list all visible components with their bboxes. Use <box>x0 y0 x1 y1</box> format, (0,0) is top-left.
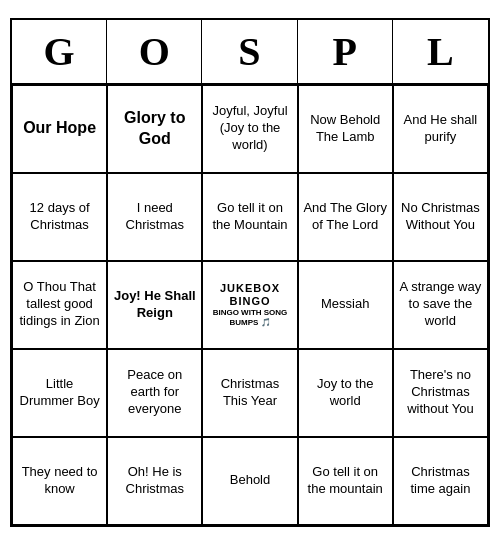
header-s: S <box>202 20 297 83</box>
bingo-cell-17[interactable]: Christmas This Year <box>202 349 297 437</box>
bingo-card: G O S P L Our HopeGlory to GodJoyful, Jo… <box>10 18 490 527</box>
bingo-cell-18[interactable]: Joy to the world <box>298 349 393 437</box>
bingo-cell-6[interactable]: I need Christmas <box>107 173 202 261</box>
header-g: G <box>12 20 107 83</box>
bingo-grid: Our HopeGlory to GodJoyful, Joyful (Joy … <box>12 85 488 525</box>
bingo-header: G O S P L <box>12 20 488 85</box>
bingo-cell-2[interactable]: Joyful, Joyful (Joy to the world) <box>202 85 297 173</box>
bingo-cell-4[interactable]: And He shall purify <box>393 85 488 173</box>
bingo-cell-7[interactable]: Go tell it on the Mountain <box>202 173 297 261</box>
bingo-cell-13[interactable]: Messiah <box>298 261 393 349</box>
header-p: P <box>298 20 393 83</box>
bingo-cell-8[interactable]: And The Glory of The Lord <box>298 173 393 261</box>
bingo-cell-0[interactable]: Our Hope <box>12 85 107 173</box>
bingo-cell-23[interactable]: Go tell it on the mountain <box>298 437 393 525</box>
bingo-cell-11[interactable]: Joy! He Shall Reign <box>107 261 202 349</box>
bingo-cell-12[interactable]: JUKEBOX BINGO BINGO WITH SONG BUMPS 🎵 <box>202 261 297 349</box>
header-l: L <box>393 20 488 83</box>
bingo-cell-22[interactable]: Behold <box>202 437 297 525</box>
bingo-cell-16[interactable]: Peace on earth for everyone <box>107 349 202 437</box>
bingo-cell-3[interactable]: Now Behold The Lamb <box>298 85 393 173</box>
bingo-cell-14[interactable]: A strange way to save the world <box>393 261 488 349</box>
bingo-cell-20[interactable]: They need to know <box>12 437 107 525</box>
header-o: O <box>107 20 202 83</box>
bingo-cell-19[interactable]: There's no Christmas without You <box>393 349 488 437</box>
bingo-cell-10[interactable]: O Thou That tallest good tidings in Zion <box>12 261 107 349</box>
bingo-cell-21[interactable]: Oh! He is Christmas <box>107 437 202 525</box>
bingo-cell-1[interactable]: Glory to God <box>107 85 202 173</box>
bingo-cell-5[interactable]: 12 days of Christmas <box>12 173 107 261</box>
bingo-cell-24[interactable]: Christmas time again <box>393 437 488 525</box>
bingo-cell-9[interactable]: No Christmas Without You <box>393 173 488 261</box>
bingo-cell-15[interactable]: Little Drummer Boy <box>12 349 107 437</box>
